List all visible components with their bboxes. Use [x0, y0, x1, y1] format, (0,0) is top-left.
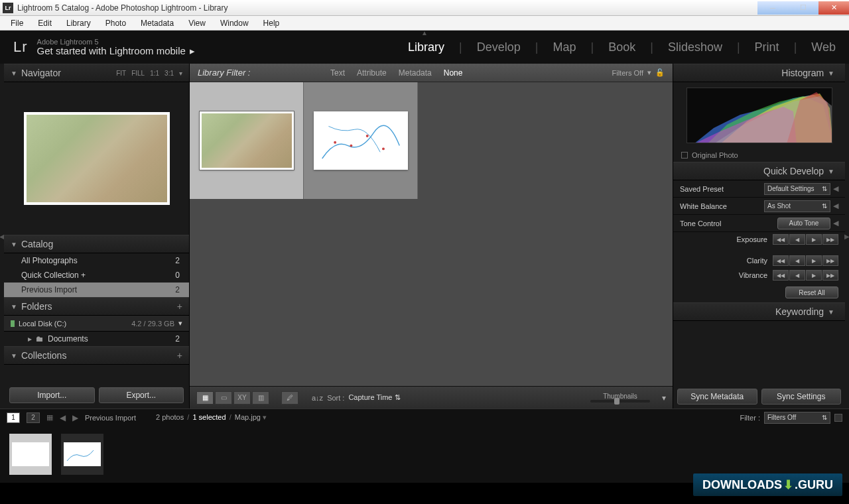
source-label[interactable]: Previous Import: [85, 414, 136, 422]
quick-develop-header[interactable]: Quick Develop▼: [673, 162, 845, 180]
filter-tab-none[interactable]: None: [444, 68, 463, 78]
nav-zoom-3-1[interactable]: 3:1: [164, 70, 174, 77]
thumbnail-image[interactable]: [314, 111, 408, 170]
filmstrip-info-bar: 1 2 ▦ ◀ ▶ Previous Import 2 photos / 1 s…: [0, 409, 849, 426]
window-maximize-button[interactable]: ☐: [788, 1, 818, 15]
module-book[interactable]: Book: [608, 40, 635, 54]
left-panel: ▼Navigator FIT FILL 1:1 3:1 ▾ ▼Catalog A…: [4, 64, 190, 409]
vibrance-stepper[interactable]: ◀◀◀▶▶▶: [773, 270, 838, 281]
loupe-view-button[interactable]: ▭: [215, 391, 232, 405]
collections-header[interactable]: ▼Collections +: [4, 346, 189, 365]
menu-photo[interactable]: Photo: [99, 17, 133, 29]
export-button[interactable]: Export...: [99, 387, 184, 403]
chevron-down-icon[interactable]: ▾: [263, 413, 267, 421]
catalog-quick-collection[interactable]: Quick Collection +0: [4, 268, 189, 283]
auto-tone-button[interactable]: Auto Tone: [777, 218, 830, 229]
menu-edit[interactable]: Edit: [31, 17, 58, 29]
thumbnail-size-slider[interactable]: [590, 400, 650, 403]
filter-tab-metadata[interactable]: Metadata: [399, 68, 432, 78]
original-photo-toggle[interactable]: Original Photo: [673, 149, 845, 162]
toolbar-options-icon[interactable]: ▾: [662, 393, 666, 403]
catalog-previous-import[interactable]: Previous Import2: [4, 283, 189, 297]
go-forward-button[interactable]: ▶: [72, 413, 78, 422]
module-library[interactable]: Library: [408, 40, 444, 54]
svg-point-0: [334, 141, 336, 144]
keywording-header[interactable]: Keywording▼: [673, 302, 845, 321]
filmstrip-thumbnail[interactable]: [9, 434, 52, 475]
thumbnail-size-label: Thumbnails: [603, 393, 637, 400]
module-picker: Library| Develop| Map| Book| Slideshow| …: [408, 40, 836, 54]
module-slideshow[interactable]: Slideshow: [668, 40, 722, 54]
triangle-left-icon[interactable]: ◀: [833, 184, 838, 193]
screen-2-button[interactable]: 2: [27, 412, 40, 423]
menu-view[interactable]: View: [182, 17, 212, 29]
right-panel-toggle[interactable]: ▶: [845, 64, 849, 409]
compare-view-button[interactable]: XY: [233, 391, 251, 405]
module-map[interactable]: Map: [553, 40, 576, 54]
reset-all-button[interactable]: Reset All: [785, 286, 838, 298]
sort-direction-icon[interactable]: a↓z: [312, 394, 323, 402]
navigator-header[interactable]: ▼Navigator FIT FILL 1:1 3:1 ▾: [4, 64, 189, 82]
lock-icon[interactable]: 🔓: [655, 68, 665, 77]
watermark-badge: DOWNLOADS⬇.GURU: [693, 473, 842, 496]
painter-tool-button[interactable]: 🖉: [281, 391, 298, 405]
menu-file[interactable]: File: [4, 17, 30, 29]
filter-tab-text[interactable]: Text: [330, 68, 345, 78]
module-develop[interactable]: Develop: [477, 40, 521, 54]
menu-library[interactable]: Library: [60, 17, 98, 29]
top-panel-toggle-icon[interactable]: ▲: [421, 29, 428, 36]
module-print[interactable]: Print: [755, 40, 779, 54]
menu-help[interactable]: Help: [257, 17, 287, 29]
right-panel: Histogram▼ Original Photo Quick Develop▼: [673, 64, 845, 409]
folder-volume[interactable]: Local Disk (C:) 4.2 / 29.3 GB▾: [4, 316, 189, 332]
clarity-stepper[interactable]: ◀◀◀▶▶▶: [773, 255, 838, 266]
folder-documents[interactable]: ▸🖿Documents 2: [4, 332, 189, 346]
navigator-preview[interactable]: [4, 82, 189, 235]
chevron-down-icon[interactable]: ▾: [179, 70, 182, 77]
nav-zoom-fill[interactable]: FILL: [131, 70, 145, 77]
window-close-button[interactable]: ✕: [818, 1, 849, 15]
menu-metadata[interactable]: Metadata: [134, 17, 180, 29]
add-folder-icon[interactable]: +: [177, 301, 182, 312]
nav-zoom-1-1[interactable]: 1:1: [150, 70, 159, 77]
add-collection-icon[interactable]: +: [177, 350, 182, 361]
thumbnail-image[interactable]: [200, 111, 294, 170]
identity-title[interactable]: Get started with Lightroom mobile ▸: [37, 46, 195, 57]
module-web[interactable]: Web: [811, 40, 836, 54]
sync-settings-button[interactable]: Sync Settings: [761, 389, 842, 405]
chevron-down-icon[interactable]: ▾: [178, 319, 182, 328]
filter-tab-attribute[interactable]: Attribute: [357, 68, 387, 78]
nav-zoom-fit[interactable]: FIT: [116, 70, 126, 77]
menu-window[interactable]: Window: [214, 17, 255, 29]
identity-subtitle: Adobe Lightroom 5: [37, 38, 195, 46]
exposure-stepper[interactable]: ◀◀◀▶▶▶: [773, 234, 838, 245]
triangle-down-icon: ▼: [828, 308, 834, 316]
grid-view[interactable]: [190, 82, 673, 386]
grid-cell[interactable]: [190, 82, 304, 199]
histogram-header[interactable]: Histogram▼: [673, 64, 845, 82]
screen-1-button[interactable]: 1: [7, 412, 20, 423]
grid-cell[interactable]: [304, 82, 418, 199]
triangle-left-icon[interactable]: ◀: [833, 219, 838, 227]
survey-view-button[interactable]: ▥: [252, 391, 269, 405]
filters-off-label[interactable]: Filters Off: [612, 69, 643, 77]
grid-view-button[interactable]: ▦: [196, 391, 214, 405]
filter-switch-icon[interactable]: [834, 414, 842, 422]
catalog-header[interactable]: ▼Catalog: [4, 235, 189, 253]
window-minimize-button[interactable]: ─: [757, 1, 788, 15]
sync-metadata-button[interactable]: Sync Metadata: [677, 389, 757, 405]
triangle-left-icon[interactable]: ◀: [833, 202, 838, 210]
sort-value-dropdown[interactable]: Capture Time ⇅: [348, 393, 400, 402]
go-back-button[interactable]: ◀: [60, 413, 66, 422]
folders-header[interactable]: ▼Folders +: [4, 297, 189, 316]
grid-icon[interactable]: ▦: [46, 413, 53, 422]
window-title: Lightroom 5 Catalog - Adobe Photoshop Li…: [17, 3, 228, 13]
white-balance-dropdown[interactable]: As Shot⇅: [764, 200, 830, 212]
import-button[interactable]: Import...: [9, 387, 95, 403]
filmstrip-filter-dropdown[interactable]: Filters Off⇅: [764, 412, 830, 424]
app-logo: Lr: [13, 38, 28, 56]
catalog-all-photographs[interactable]: All Photographs2: [4, 253, 189, 268]
chevron-down-icon[interactable]: ▾: [647, 68, 651, 77]
filmstrip-thumbnail[interactable]: [61, 434, 103, 475]
saved-preset-dropdown[interactable]: Default Settings⇅: [764, 183, 830, 195]
